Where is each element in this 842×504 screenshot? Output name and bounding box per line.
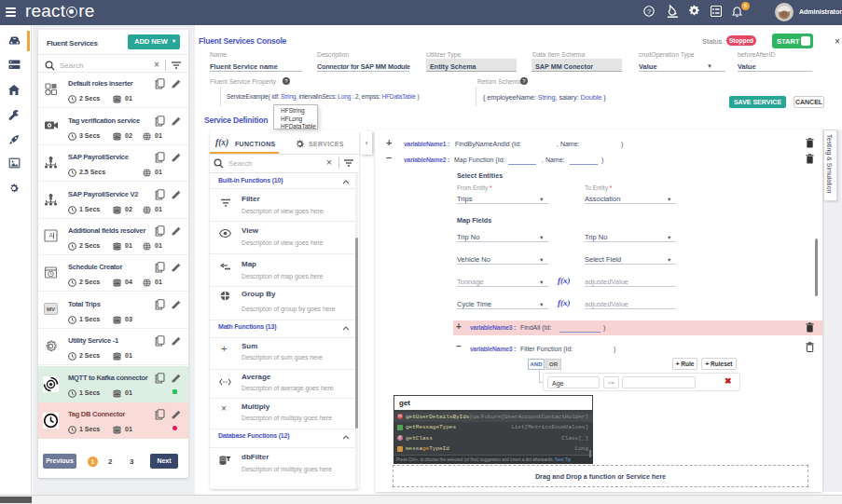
svg-text:A: A <box>49 232 54 238</box>
svg-text:?: ? <box>647 7 651 16</box>
